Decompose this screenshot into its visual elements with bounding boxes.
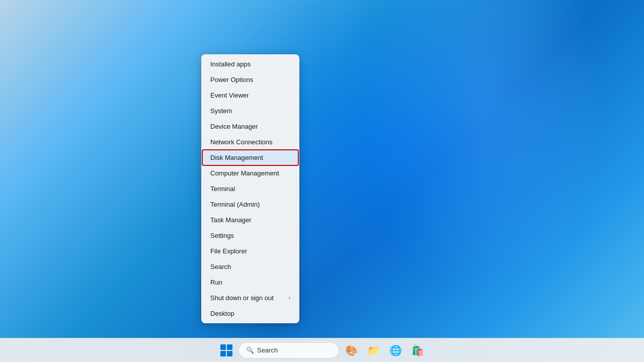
menu-item-desktop[interactable]: Desktop xyxy=(202,306,298,321)
taskbar-file-explorer[interactable]: 📁 xyxy=(363,340,383,360)
menu-item-label-desktop: Desktop xyxy=(210,310,234,317)
context-menu: Installed appsPower OptionsEvent ViewerS… xyxy=(201,54,299,323)
menu-item-label-search: Search xyxy=(210,263,231,270)
windows-logo-icon xyxy=(220,344,232,356)
menu-item-search[interactable]: Search xyxy=(202,259,298,275)
menu-item-event-viewer[interactable]: Event Viewer xyxy=(202,87,298,103)
menu-item-run[interactable]: Run xyxy=(202,275,298,290)
menu-item-file-explorer[interactable]: File Explorer xyxy=(202,243,298,259)
menu-item-label-terminal: Terminal xyxy=(210,185,235,193)
menu-item-label-computer-management: Computer Management xyxy=(210,169,279,177)
taskbar-search-label: Search xyxy=(257,346,278,354)
menu-item-label-installed-apps: Installed apps xyxy=(210,60,251,68)
taskbar-search-bar[interactable]: 🔍 Search xyxy=(238,342,339,358)
start-button[interactable] xyxy=(216,340,236,360)
search-icon: 🔍 xyxy=(246,346,254,354)
menu-item-label-file-explorer: File Explorer xyxy=(210,247,247,255)
edge-icon: 🌐 xyxy=(389,344,402,356)
menu-item-installed-apps[interactable]: Installed apps xyxy=(202,56,298,72)
menu-item-network-connections[interactable]: Network Connections xyxy=(202,134,298,150)
menu-item-label-disk-management: Disk Management xyxy=(210,154,263,161)
menu-item-power-options[interactable]: Power Options xyxy=(202,72,298,87)
menu-item-device-manager[interactable]: Device Manager xyxy=(202,119,298,134)
taskbar-store[interactable]: 🛍️ xyxy=(408,340,428,360)
menu-item-label-task-manager: Task Manager xyxy=(210,216,252,224)
desktop: Installed appsPower OptionsEvent ViewerS… xyxy=(0,0,644,362)
store-icon: 🛍️ xyxy=(412,344,424,356)
menu-item-computer-management[interactable]: Computer Management xyxy=(202,165,298,181)
menu-item-task-manager[interactable]: Task Manager xyxy=(202,212,298,228)
menu-item-label-system: System xyxy=(210,107,232,115)
folder-icon: 📁 xyxy=(367,344,380,356)
menu-item-label-power-options: Power Options xyxy=(210,76,253,83)
menu-item-label-run: Run xyxy=(210,279,222,286)
menu-item-label-event-viewer: Event Viewer xyxy=(210,92,249,99)
taskbar: 🔍 Search 🎨 📁 🌐 🛍️ xyxy=(0,338,644,362)
menu-item-terminal[interactable]: Terminal xyxy=(202,181,298,197)
menu-item-label-terminal-admin: Terminal (Admin) xyxy=(210,201,260,208)
taskbar-edge[interactable]: 🌐 xyxy=(385,340,406,360)
menu-item-shut-down-sign-out[interactable]: Shut down or sign out› xyxy=(202,290,298,306)
menu-item-system[interactable]: System xyxy=(202,103,298,119)
taskbar-icon-1[interactable]: 🎨 xyxy=(341,340,361,360)
wallpaper-bloom xyxy=(0,0,644,362)
menu-item-disk-management[interactable]: Disk Management xyxy=(202,150,298,165)
chevron-right-icon: › xyxy=(289,295,290,301)
menu-item-settings[interactable]: Settings xyxy=(202,228,298,243)
menu-item-label-shut-down-sign-out: Shut down or sign out xyxy=(210,294,274,302)
paint-icon: 🎨 xyxy=(345,344,358,356)
menu-item-label-device-manager: Device Manager xyxy=(210,123,258,130)
menu-item-label-settings: Settings xyxy=(210,232,234,239)
menu-item-terminal-admin[interactable]: Terminal (Admin) xyxy=(202,197,298,212)
menu-item-label-network-connections: Network Connections xyxy=(210,138,273,146)
